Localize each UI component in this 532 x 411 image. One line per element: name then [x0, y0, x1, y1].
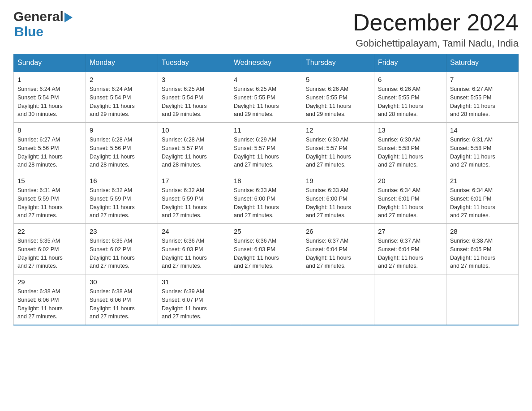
svg-marker-0: [64, 13, 73, 22]
calendar-cell: 18 Sunrise: 6:33 AM Sunset: 6:00 PM Dayl…: [230, 173, 302, 224]
calendar-cell: 22 Sunrise: 6:35 AM Sunset: 6:02 PM Dayl…: [14, 224, 86, 274]
day-number: 19: [306, 177, 370, 184]
day-number: 23: [90, 227, 154, 235]
day-number: 14: [450, 126, 515, 134]
calendar-cell: 27 Sunrise: 6:37 AM Sunset: 6:04 PM Dayl…: [374, 224, 446, 274]
day-number: 25: [234, 227, 298, 235]
day-number: 16: [90, 177, 154, 184]
day-number: 26: [306, 227, 370, 235]
day-info: Sunrise: 6:37 AM Sunset: 6:04 PM Dayligh…: [306, 237, 370, 270]
day-info: Sunrise: 6:25 AM Sunset: 5:54 PM Dayligh…: [162, 85, 226, 119]
day-info: Sunrise: 6:37 AM Sunset: 6:04 PM Dayligh…: [378, 237, 442, 270]
calendar-week-2: 8 Sunrise: 6:27 AM Sunset: 5:56 PM Dayli…: [14, 123, 519, 173]
calendar-cell: 21 Sunrise: 6:34 AM Sunset: 6:01 PM Dayl…: [446, 173, 519, 224]
calendar-cell: 24 Sunrise: 6:36 AM Sunset: 6:03 PM Dayl…: [158, 224, 230, 274]
header-tuesday: Tuesday: [158, 54, 230, 72]
calendar-cell: [446, 274, 519, 325]
calendar-week-5: 29 Sunrise: 6:38 AM Sunset: 6:06 PM Dayl…: [14, 274, 519, 325]
day-number: 17: [162, 177, 226, 184]
day-number: 20: [378, 177, 442, 184]
calendar-table: Sunday Monday Tuesday Wednesday Thursday…: [13, 54, 519, 325]
day-info: Sunrise: 6:34 AM Sunset: 6:01 PM Dayligh…: [450, 186, 515, 220]
day-number: 1: [17, 76, 82, 83]
calendar-cell: 13 Sunrise: 6:30 AM Sunset: 5:58 PM Dayl…: [374, 123, 446, 173]
header-friday: Friday: [374, 54, 446, 72]
month-title: December 2024: [353, 9, 519, 36]
header-saturday: Saturday: [446, 54, 519, 72]
calendar-cell: 9 Sunrise: 6:28 AM Sunset: 5:56 PM Dayli…: [86, 123, 158, 173]
day-info: Sunrise: 6:35 AM Sunset: 6:02 PM Dayligh…: [90, 237, 154, 270]
day-number: 5: [306, 76, 370, 83]
day-number: 3: [162, 76, 226, 83]
calendar-header-row: Sunday Monday Tuesday Wednesday Thursday…: [14, 54, 519, 72]
calendar-week-4: 22 Sunrise: 6:35 AM Sunset: 6:02 PM Dayl…: [14, 224, 519, 274]
day-number: 15: [17, 177, 82, 184]
calendar-cell: 15 Sunrise: 6:31 AM Sunset: 5:59 PM Dayl…: [14, 173, 86, 224]
day-number: 18: [234, 177, 298, 184]
calendar-cell: 6 Sunrise: 6:26 AM Sunset: 5:55 PM Dayli…: [374, 72, 446, 123]
day-info: Sunrise: 6:31 AM Sunset: 5:58 PM Dayligh…: [450, 136, 515, 169]
day-info: Sunrise: 6:28 AM Sunset: 5:57 PM Dayligh…: [162, 136, 226, 169]
calendar-cell: 1 Sunrise: 6:24 AM Sunset: 5:54 PM Dayli…: [14, 72, 86, 123]
header-wednesday: Wednesday: [230, 54, 302, 72]
day-info: Sunrise: 6:28 AM Sunset: 5:56 PM Dayligh…: [90, 136, 154, 169]
header-sunday: Sunday: [14, 54, 86, 72]
day-number: 22: [17, 227, 82, 235]
header-monday: Monday: [86, 54, 158, 72]
day-info: Sunrise: 6:24 AM Sunset: 5:54 PM Dayligh…: [17, 85, 82, 119]
calendar-cell: 23 Sunrise: 6:35 AM Sunset: 6:02 PM Dayl…: [86, 224, 158, 274]
calendar-cell: [302, 274, 374, 325]
day-info: Sunrise: 6:33 AM Sunset: 6:00 PM Dayligh…: [234, 186, 298, 220]
day-info: Sunrise: 6:26 AM Sunset: 5:55 PM Dayligh…: [378, 85, 442, 119]
calendar-cell: 4 Sunrise: 6:25 AM Sunset: 5:55 PM Dayli…: [230, 72, 302, 123]
calendar-cell: 2 Sunrise: 6:24 AM Sunset: 5:54 PM Dayli…: [86, 72, 158, 123]
day-info: Sunrise: 6:33 AM Sunset: 6:00 PM Dayligh…: [306, 186, 370, 220]
day-info: Sunrise: 6:29 AM Sunset: 5:57 PM Dayligh…: [234, 136, 298, 169]
calendar-cell: [230, 274, 302, 325]
logo: General Blue: [13, 9, 73, 39]
day-info: Sunrise: 6:27 AM Sunset: 5:56 PM Dayligh…: [17, 136, 82, 169]
calendar-cell: 7 Sunrise: 6:27 AM Sunset: 5:55 PM Dayli…: [446, 72, 519, 123]
page-header: General Blue December 2024 Gobichettipal…: [13, 9, 519, 49]
day-info: Sunrise: 6:39 AM Sunset: 6:07 PM Dayligh…: [162, 287, 226, 321]
calendar-cell: 20 Sunrise: 6:34 AM Sunset: 6:01 PM Dayl…: [374, 173, 446, 224]
calendar-cell: 10 Sunrise: 6:28 AM Sunset: 5:57 PM Dayl…: [158, 123, 230, 173]
logo-blue-text: Blue: [14, 24, 43, 39]
day-number: 21: [450, 177, 515, 184]
calendar-cell: 25 Sunrise: 6:36 AM Sunset: 6:03 PM Dayl…: [230, 224, 302, 274]
calendar-cell: [374, 274, 446, 325]
calendar-cell: 8 Sunrise: 6:27 AM Sunset: 5:56 PM Dayli…: [14, 123, 86, 173]
day-number: 30: [90, 278, 154, 286]
calendar-cell: 12 Sunrise: 6:30 AM Sunset: 5:57 PM Dayl…: [302, 123, 374, 173]
day-number: 28: [450, 227, 515, 235]
day-info: Sunrise: 6:36 AM Sunset: 6:03 PM Dayligh…: [234, 237, 298, 270]
day-info: Sunrise: 6:26 AM Sunset: 5:55 PM Dayligh…: [306, 85, 370, 119]
day-info: Sunrise: 6:36 AM Sunset: 6:03 PM Dayligh…: [162, 237, 226, 270]
location-title: Gobichettipalayam, Tamil Nadu, India: [353, 38, 519, 49]
calendar-cell: 11 Sunrise: 6:29 AM Sunset: 5:57 PM Dayl…: [230, 123, 302, 173]
calendar-week-1: 1 Sunrise: 6:24 AM Sunset: 5:54 PM Dayli…: [14, 72, 519, 123]
day-info: Sunrise: 6:35 AM Sunset: 6:02 PM Dayligh…: [17, 237, 82, 270]
header-thursday: Thursday: [302, 54, 374, 72]
day-number: 11: [234, 126, 298, 134]
day-number: 4: [234, 76, 298, 83]
logo-general-text: General: [13, 9, 64, 24]
calendar-cell: 3 Sunrise: 6:25 AM Sunset: 5:54 PM Dayli…: [158, 72, 230, 123]
title-area: December 2024 Gobichettipalayam, Tamil N…: [353, 9, 519, 49]
day-info: Sunrise: 6:30 AM Sunset: 5:57 PM Dayligh…: [306, 136, 370, 169]
calendar-cell: 17 Sunrise: 6:32 AM Sunset: 5:59 PM Dayl…: [158, 173, 230, 224]
calendar-week-3: 15 Sunrise: 6:31 AM Sunset: 5:59 PM Dayl…: [14, 173, 519, 224]
day-number: 8: [17, 126, 82, 134]
day-info: Sunrise: 6:32 AM Sunset: 5:59 PM Dayligh…: [162, 186, 226, 220]
day-info: Sunrise: 6:24 AM Sunset: 5:54 PM Dayligh…: [90, 85, 154, 119]
day-info: Sunrise: 6:31 AM Sunset: 5:59 PM Dayligh…: [17, 186, 82, 220]
calendar-cell: 29 Sunrise: 6:38 AM Sunset: 6:06 PM Dayl…: [14, 274, 86, 325]
day-info: Sunrise: 6:32 AM Sunset: 5:59 PM Dayligh…: [90, 186, 154, 220]
day-number: 6: [378, 76, 442, 83]
day-info: Sunrise: 6:25 AM Sunset: 5:55 PM Dayligh…: [234, 85, 298, 119]
day-number: 29: [17, 278, 82, 286]
calendar-cell: 16 Sunrise: 6:32 AM Sunset: 5:59 PM Dayl…: [86, 173, 158, 224]
calendar-cell: 30 Sunrise: 6:38 AM Sunset: 6:06 PM Dayl…: [86, 274, 158, 325]
day-number: 31: [162, 278, 226, 286]
day-info: Sunrise: 6:38 AM Sunset: 6:06 PM Dayligh…: [90, 287, 154, 321]
